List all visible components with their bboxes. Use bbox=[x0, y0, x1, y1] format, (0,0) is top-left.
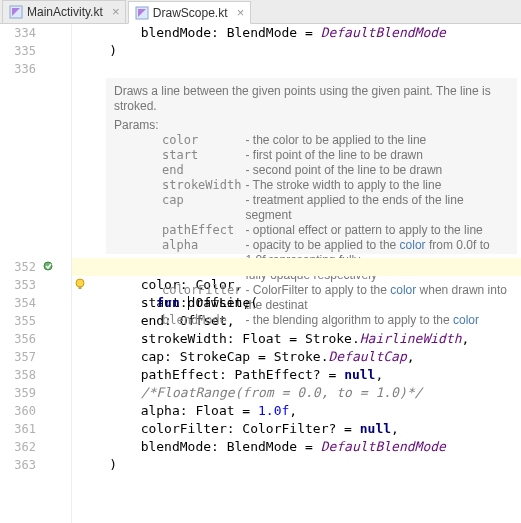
implemented-marker-icon[interactable] bbox=[42, 260, 54, 275]
line-number: 334 bbox=[0, 24, 36, 42]
doc-param-name: color bbox=[162, 133, 245, 148]
line-number: 362 bbox=[0, 438, 36, 456]
intention-bulb-icon[interactable] bbox=[72, 259, 87, 314]
doc-param-desc: - the color to be applied to the line bbox=[245, 133, 509, 148]
line-number: 360 bbox=[0, 402, 36, 420]
line-number: 361 bbox=[0, 420, 36, 438]
doc-param-name: start bbox=[162, 148, 245, 163]
kotlin-file-icon bbox=[135, 6, 149, 20]
line-number: 356 bbox=[0, 330, 36, 348]
doc-param-name: strokeWidth bbox=[162, 178, 245, 193]
editor-tab-bar: MainActivity.kt × DrawScope.kt × bbox=[0, 0, 521, 24]
doc-param-desc: - first point of the line to be drawn bbox=[245, 148, 509, 163]
code-line[interactable]: /*FloatRange(from = 0.0, to = 1.0)*/ bbox=[72, 384, 521, 402]
code-area[interactable]: blendMode: BlendMode = DefaultBlendMode … bbox=[72, 24, 521, 523]
close-icon[interactable]: × bbox=[236, 8, 246, 18]
line-number: 354 bbox=[0, 294, 36, 312]
code-editor[interactable]: 334 335 336 352 353 354 355 356 357 358 … bbox=[0, 24, 521, 523]
doc-param-desc: - ColorFilter to apply to the color when… bbox=[245, 283, 509, 313]
tab-mainactivity[interactable]: MainActivity.kt × bbox=[2, 0, 126, 23]
code-line[interactable]: ) bbox=[72, 42, 521, 60]
doc-link[interactable]: color bbox=[453, 313, 479, 327]
line-number: 336 bbox=[0, 60, 36, 78]
doc-param-desc: - second point of the line to be drawn bbox=[245, 163, 509, 178]
doc-link[interactable]: color bbox=[400, 238, 426, 252]
doc-param-name: blendMode bbox=[162, 313, 245, 328]
doc-param-desc: - treatment applied to the ends of the l… bbox=[245, 193, 509, 223]
line-number: 335 bbox=[0, 42, 36, 60]
documentation-popup: Draws a line between the given points us… bbox=[106, 78, 517, 254]
code-line[interactable]: colorFilter: ColorFilter? = null, bbox=[72, 420, 521, 438]
doc-param-name: pathEffect bbox=[162, 223, 245, 238]
doc-param-name: cap bbox=[162, 193, 245, 223]
code-line[interactable]: pathEffect: PathEffect? = null, bbox=[72, 366, 521, 384]
line-number: 353 bbox=[0, 276, 36, 294]
line-number: 355 bbox=[0, 312, 36, 330]
line-number: 359 bbox=[0, 384, 36, 402]
doc-param-name: end bbox=[162, 163, 245, 178]
doc-link[interactable]: color bbox=[390, 283, 416, 297]
doc-param-desc: - optional effect or pattern to apply to… bbox=[245, 223, 509, 238]
line-numbers: 334 335 336 352 353 354 355 356 357 358 … bbox=[0, 24, 40, 523]
doc-params-label: Params: bbox=[114, 118, 159, 132]
gutter: 334 335 336 352 353 354 355 356 357 358 … bbox=[0, 24, 72, 523]
doc-summary: Draws a line between the given points us… bbox=[114, 84, 509, 114]
line-number: 363 bbox=[0, 456, 36, 474]
svg-point-3 bbox=[76, 279, 84, 287]
svg-rect-4 bbox=[78, 287, 81, 289]
doc-param-desc: - The stroke width to apply to the line bbox=[245, 178, 509, 193]
line-number: 357 bbox=[0, 348, 36, 366]
tab-drawscope[interactable]: DrawScope.kt × bbox=[128, 1, 251, 24]
line-number: 358 bbox=[0, 366, 36, 384]
kotlin-file-icon bbox=[9, 5, 23, 19]
code-line[interactable]: cap: StrokeCap = Stroke.DefaultCap, bbox=[72, 348, 521, 366]
code-line[interactable]: alpha: Float = 1.0f, bbox=[72, 402, 521, 420]
code-line[interactable]: ) bbox=[72, 456, 521, 474]
code-line[interactable] bbox=[72, 60, 521, 78]
code-line[interactable]: strokeWidth: Float = Stroke.HairlineWidt… bbox=[72, 330, 521, 348]
doc-param-desc: - the blending algorithm to apply to the… bbox=[245, 313, 509, 328]
line-number: 352 bbox=[0, 258, 36, 276]
code-line[interactable]: blendMode: BlendMode = DefaultBlendMode bbox=[72, 24, 521, 42]
close-icon[interactable]: × bbox=[111, 7, 121, 17]
code-line[interactable]: blendMode: BlendMode = DefaultBlendMode bbox=[72, 438, 521, 456]
gutter-icon-row bbox=[40, 258, 72, 276]
tab-label: DrawScope.kt bbox=[153, 6, 228, 20]
code-line-current[interactable]: fun drawLine( bbox=[72, 258, 521, 276]
tab-label: MainActivity.kt bbox=[27, 5, 103, 19]
